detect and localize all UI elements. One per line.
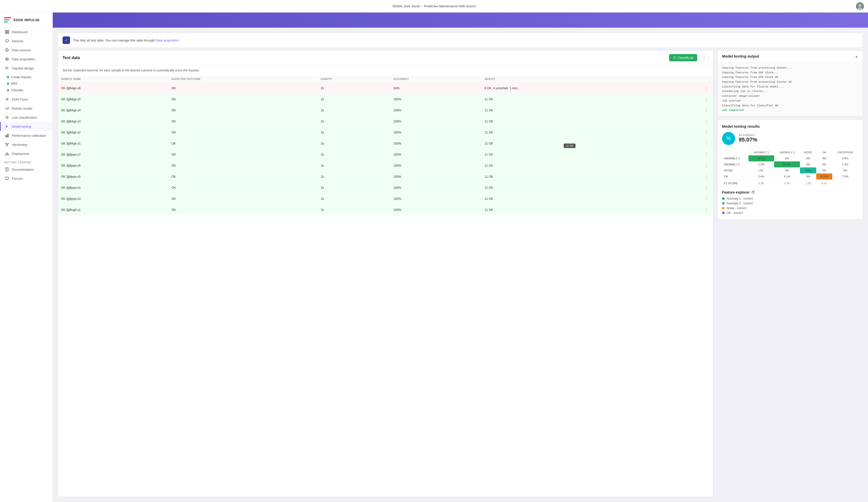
row-more-button[interactable]: ⋮	[703, 96, 710, 102]
sidebar-item-devices[interactable]: Devices	[0, 37, 52, 46]
test-icon	[5, 124, 9, 129]
svg-rect-16	[6, 135, 6, 137]
row-more-button[interactable]: ⋮	[703, 163, 710, 168]
sidebar-item-documentation[interactable]: Documentation	[0, 165, 52, 174]
accuracy-label: ACCURACY	[738, 134, 757, 137]
cell-action: ⋮	[658, 83, 713, 94]
matrix-row-label: OK	[722, 173, 748, 180]
table-row: OK.3jj9i4ge.s6 OK 2s 54% 6 OK, 4 uncerta…	[58, 83, 713, 94]
log-status: Job completed	[722, 108, 858, 113]
sidebar-item-retrain-model[interactable]: Retrain model	[0, 104, 52, 113]
sidebar-item-live-classification[interactable]: Live classification	[0, 113, 52, 122]
impulse-icon	[5, 66, 9, 70]
forums-icon	[5, 176, 9, 181]
sidebar-item-create-impulse[interactable]: Create impulse	[7, 74, 52, 80]
cell-action: ⋮	[658, 94, 713, 105]
log-line: Copying features from processing blocks.…	[722, 66, 858, 70]
svg-point-21	[7, 145, 8, 146]
matrix-cell: 0%	[800, 155, 816, 161]
sidebar-item-eon-tuner[interactable]: EON Tuner	[0, 95, 52, 104]
legend-label: OK - correct	[726, 211, 743, 215]
cell-action: ⋮	[658, 127, 713, 138]
matrix-cell: 99.4%	[748, 155, 774, 161]
output-log: Copying features from processing blocks.…	[717, 62, 863, 116]
col-accuracy: ACCURACY	[391, 76, 482, 83]
legend-item: OK - correct	[722, 211, 858, 215]
legend-dot	[722, 207, 725, 209]
cell-result: 11 OK	[482, 105, 658, 116]
cell-result: 11 OK	[482, 127, 658, 138]
sidebar-sub-impulse: Create impulse MFE Classifier	[0, 73, 52, 95]
cell-expected-outcome: OK	[168, 94, 318, 105]
cell-length: 2s	[318, 171, 391, 182]
matrix-row: ANOMALY 21.3%97.4%0%0%1.3%	[722, 161, 858, 168]
sidebar-item-label: EON Tuner	[12, 98, 28, 101]
cell-accuracy: 100%	[391, 182, 482, 193]
results-title: Model testing results	[722, 124, 858, 129]
eon-icon	[5, 97, 9, 102]
matrix-row-label: ANOMALY 2	[722, 161, 748, 168]
row-more-button[interactable]: ⋮	[703, 118, 710, 124]
matrix-col-header: UNCERTAIN	[832, 150, 858, 155]
row-more-button[interactable]: ⋮	[703, 152, 710, 157]
content-area: ✓ This lists all test data. You can mana…	[53, 12, 868, 502]
row-more-button[interactable]: ⋮	[703, 141, 710, 146]
table-row: OK.3jj9jepe.s4 OK 2s 100% 11 OK ⋮	[58, 182, 713, 193]
cell-sample-name: OK.3jj9i4ge.s6	[58, 83, 168, 94]
data-acquisition-link[interactable]: Data acquisition	[156, 39, 179, 42]
sidebar-item-deployment[interactable]: Deployment	[0, 149, 52, 158]
feature-explorer-section: Feature explorer ? Anomaly 1 - correct A…	[722, 190, 858, 215]
sidebar-logo[interactable]: EDGE IMPULSE	[0, 12, 52, 27]
collapse-button[interactable]: ▲	[855, 54, 858, 58]
classify-all-button[interactable]: ☑ Classify all	[669, 54, 697, 61]
avatar[interactable]	[856, 2, 864, 10]
matrix-cell: 0%	[832, 168, 858, 173]
sidebar-item-model-testing[interactable]: Model testing	[0, 122, 52, 131]
svg-point-1	[858, 4, 861, 7]
database-icon	[5, 57, 9, 61]
matrix-cell: 100%	[800, 168, 816, 173]
cell-length: 2s	[318, 193, 391, 204]
sidebar-item-label: Versioning	[12, 143, 27, 147]
sidebar-item-mfe[interactable]: MFE	[7, 80, 52, 87]
sidebar-item-classifier[interactable]: Classifier	[7, 87, 52, 93]
cell-length: 2s	[318, 83, 391, 94]
help-icon[interactable]: ?	[751, 190, 755, 194]
accuracy-row: % ACCURACY 95.07%	[722, 132, 858, 145]
svg-rect-3	[5, 30, 7, 32]
sidebar-item-dashboard[interactable]: Dashboard	[0, 27, 52, 37]
row-more-button[interactable]: ⋮	[703, 85, 710, 91]
row-more-button[interactable]: ⋮	[703, 185, 710, 191]
live-icon	[5, 115, 9, 120]
sidebar-item-forums[interactable]: Forums	[0, 174, 52, 183]
cell-length: 2s	[318, 94, 391, 105]
row-more-button[interactable]: ⋮	[703, 107, 710, 113]
matrix-col-header: NOISE	[800, 150, 816, 155]
test-data-panel: Test data ☑ Classify all ⋮ Set the 'expe…	[58, 50, 713, 497]
cell-sample-name: OK.3jj9jepe.s4	[58, 182, 168, 193]
cell-sample-name: OK.3jj9i4ge.s1	[58, 138, 168, 149]
sidebar-item-performance-calibration[interactable]: Performance calibration	[0, 131, 52, 140]
sidebar-item-versioning[interactable]: Versioning	[0, 140, 52, 149]
svg-rect-5	[5, 32, 7, 34]
cell-length: 2s	[318, 182, 391, 193]
f1-label: F1 SCORE	[722, 180, 748, 186]
cell-action: ⋮	[658, 149, 713, 160]
test-table-container[interactable]: SAMPLE NAME EXPECTED OUTCOME LENGTH ACCU…	[58, 76, 713, 215]
row-more-button[interactable]: ⋮	[703, 129, 710, 135]
sidebar-item-data-acquisition[interactable]: Data acquisition	[0, 54, 52, 63]
cell-action: ⋮	[658, 193, 713, 204]
row-more-button[interactable]: ⋮	[703, 174, 710, 180]
cell-result: 11 OK	[482, 160, 658, 171]
cell-result: 11 OK	[482, 193, 658, 204]
row-more-button[interactable]: ⋮	[703, 207, 710, 213]
sidebar-item-impulse-design[interactable]: Impulse design	[0, 63, 52, 73]
logo-icon	[4, 17, 11, 23]
cell-accuracy: 100%	[391, 204, 482, 215]
cell-accuracy: 100%	[391, 94, 482, 105]
sidebar-item-data-sources[interactable]: Data sources	[0, 46, 52, 54]
table-row: OK.3jj9jepe.s6 OK 2s 100% 11 OK ⋮	[58, 160, 713, 171]
row-more-button[interactable]: ⋮	[703, 196, 710, 202]
more-options-button[interactable]: ⋮	[700, 54, 709, 61]
cell-length: 2s	[318, 116, 391, 127]
